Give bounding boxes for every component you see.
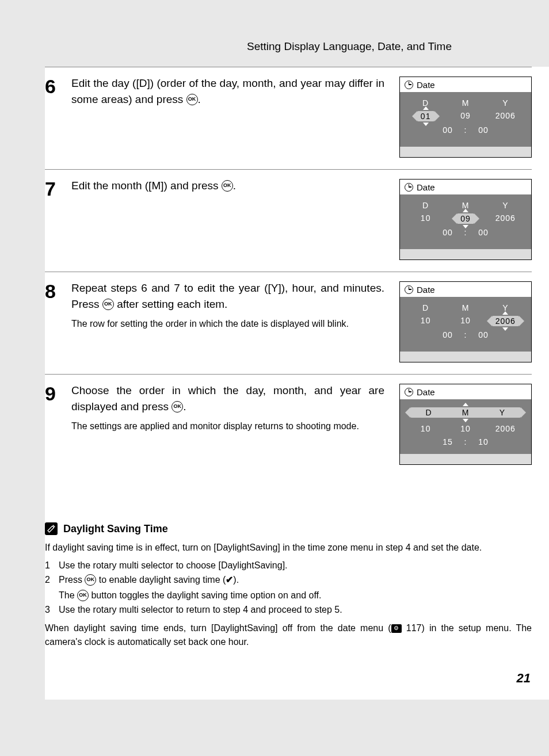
lcd-title: Date — [417, 285, 435, 295]
step-number: 6 — [45, 75, 62, 169]
lcd-footer — [400, 249, 531, 259]
hh-value: 00 — [435, 330, 460, 339]
note-item-3: 3 Use the rotary multi selector to retur… — [45, 603, 532, 617]
m-value: 10 — [451, 316, 480, 326]
colon: : — [463, 330, 468, 339]
li-num: 2 — [45, 573, 54, 587]
d-label: D — [414, 408, 443, 417]
li-text: Use the rotary multi selector to return … — [59, 603, 532, 617]
check-icon: ✔ — [226, 573, 233, 587]
pencil-icon — [45, 522, 58, 535]
outro-a: When daylight saving time ends, turn [Da… — [45, 623, 391, 633]
lcd-header: Date — [400, 282, 531, 297]
y-value: 2006 — [491, 316, 520, 326]
ok-icon: OK — [85, 574, 96, 586]
li2-b: to enable daylight saving time ( — [96, 575, 226, 585]
note-outro: When daylight saving time ends, turn [Da… — [45, 621, 532, 648]
step-text-b: . — [233, 180, 236, 192]
step-text: Repeat steps 6 and 7 to edit the year ([… — [71, 280, 384, 312]
step-subtext: The settings are applied and monitor dis… — [71, 420, 384, 433]
lcd-screen-step7: Date D M Y 10 09 2006 00 : — [399, 179, 532, 260]
lcd-footer — [400, 147, 531, 157]
step-text-a: Edit the day ([D]) (order of the day, mo… — [71, 77, 384, 105]
m-label: M — [451, 408, 480, 417]
note-item-1: 1 Use the rotary multi selector to choos… — [45, 559, 532, 573]
d-selector: 01 — [417, 111, 434, 121]
li2-sub-a: The — [59, 590, 77, 600]
y-value: 2006 — [491, 213, 520, 224]
dmy-row-selector: D M Y — [410, 407, 521, 418]
lcd-footer — [400, 454, 531, 464]
dmy-values: 10 09 2006 — [400, 212, 531, 226]
step-number: 9 — [45, 383, 62, 476]
lcd-footer — [400, 352, 531, 362]
step-8: 8 Repeat steps 6 and 7 to edit the year … — [45, 272, 532, 374]
step-number: 7 — [45, 178, 62, 272]
li-text: Use the rotary multi selector to choose … — [59, 559, 532, 573]
lcd-title: Date — [417, 387, 435, 397]
step-text: Choose the order in which the day, month… — [71, 383, 384, 414]
lcd-title: Date — [417, 80, 435, 90]
y-label: Y — [488, 408, 517, 417]
note-title: Daylight Saving Time — [63, 523, 168, 535]
page-header: Setting Display Language, Date, and Time — [0, 0, 549, 67]
note-item-2: 2 Press OK to enable daylight saving tim… — [45, 573, 532, 587]
lcd-screen-step9: Date D M Y 10 10 20 — [399, 384, 532, 465]
dmy-values: 10 10 2006 — [400, 314, 531, 328]
note-intro: If daylight saving time is in effect, tu… — [45, 541, 532, 554]
mm-value: 00 — [471, 125, 496, 135]
lcd-screen-step6: Date D M Y 01 09 2006 00 : — [399, 77, 532, 158]
m-selector: 09 — [457, 213, 474, 224]
m-value: 09 — [451, 213, 480, 224]
mm-value: 00 — [471, 228, 496, 237]
li2-a: Press — [59, 575, 85, 585]
step-number: 8 — [45, 280, 62, 374]
d-label: D — [411, 201, 440, 210]
step-text-b: . — [198, 93, 201, 105]
lcd-header: Date — [400, 384, 531, 399]
d-label: D — [411, 303, 440, 312]
time-row: 00 : 00 — [400, 328, 531, 339]
dmy-values: 10 10 2006 — [400, 422, 531, 435]
step-text: Edit the day ([D]) (order of the day, mo… — [71, 75, 384, 107]
m-label: M — [451, 303, 480, 312]
page-number: 21 — [517, 671, 531, 686]
clock-icon — [405, 388, 413, 396]
li2-sub-b: button toggles the daylight saving time … — [89, 590, 321, 600]
d-value: 10 — [411, 213, 440, 224]
m-value: 09 — [451, 111, 480, 121]
setup-menu-icon: ⚙ — [391, 624, 402, 633]
ok-icon: OK — [222, 180, 233, 192]
lcd-header: Date — [400, 180, 531, 194]
note-daylight-saving: Daylight Saving Time If daylight saving … — [45, 522, 532, 648]
ok-icon: OK — [171, 401, 183, 413]
ok-icon: OK — [102, 299, 114, 310]
colon: : — [463, 125, 468, 135]
d-value: 10 — [411, 424, 440, 433]
li2-c: ). — [233, 575, 239, 585]
d-value: 01 — [411, 111, 440, 121]
mm-value: 00 — [471, 330, 496, 339]
clock-icon — [405, 285, 413, 294]
y-selector: 2006 — [492, 316, 519, 326]
dmy-values: 01 09 2006 — [400, 109, 531, 123]
lcd-title: Date — [417, 182, 435, 192]
step-text: Edit the month ([M]) and press OK. — [71, 178, 384, 194]
step-text-b: after setting each item. — [114, 298, 228, 310]
dmy-labels: D M Y — [400, 301, 531, 314]
dmy-labels: D M Y — [400, 97, 531, 109]
d-value: 10 — [411, 316, 440, 326]
li-num: 3 — [45, 603, 54, 617]
step-text-a: Edit the month ([M]) and press — [71, 180, 222, 192]
colon: : — [463, 228, 468, 237]
m-label: M — [451, 98, 480, 108]
lcd-header: Date — [400, 77, 531, 92]
li-num: 1 — [45, 559, 54, 573]
time-row: 00 : 00 — [400, 123, 531, 135]
ok-icon: OK — [186, 94, 198, 105]
y-label: Y — [491, 201, 520, 210]
colon: : — [463, 437, 468, 446]
y-value: 2006 — [491, 424, 520, 433]
y-label: Y — [491, 98, 520, 108]
hh-value: 15 — [435, 437, 460, 446]
